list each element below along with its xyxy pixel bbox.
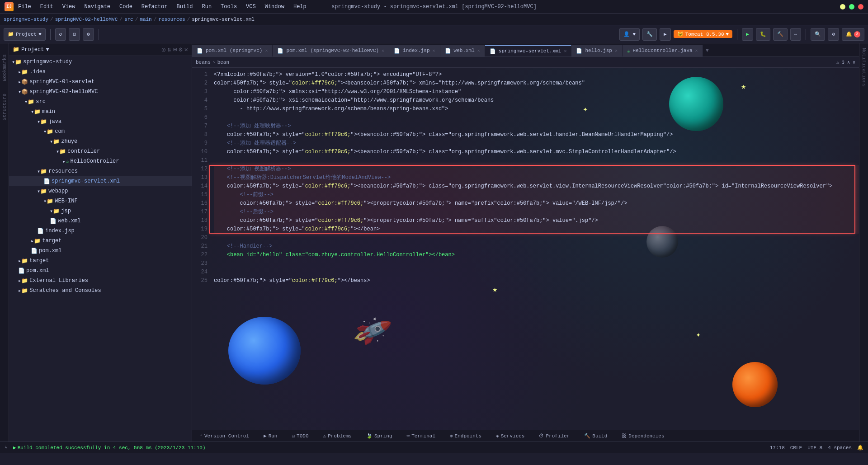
menu-build[interactable]: Build [175,3,194,11]
tab-web-xml[interactable]: 📄 web.xml ✕ [440,45,485,56]
tree-item-pom.xml[interactable]: 📄 pom.xml [9,246,192,256]
cursor-position[interactable]: 17:18 [770,445,785,451]
tab-index-jsp[interactable]: 📄 index.jsp ✕ [389,45,440,56]
tab-springmvc-servlet[interactable]: 📄 springmvc-servlet.xml ✕ [485,45,572,56]
breadcrumb-file[interactable]: springmvc-servlet.xml [192,17,255,22]
menu-navigate[interactable]: Navigate [82,3,112,11]
tree-item-external-libraries[interactable]: ▸ 📁 External Libraries [9,276,192,286]
project-dropdown[interactable]: 📁 Project ▼ [4,28,46,41]
bookmarks-panel[interactable]: Bookmarks [1,52,8,83]
code-editor[interactable]: ★ ✦ ✦ ★ 🚀 123456789101112131415161718192… [192,68,859,430]
sort-icon[interactable]: ⇅ [167,46,171,53]
tab-close-3[interactable]: ✕ [433,48,435,53]
tree-item-com[interactable]: ▾ 📁 com [9,127,192,136]
tree-item-src[interactable]: ▾ 📁 src [9,97,192,107]
indent-setting[interactable]: 4 spaces [828,445,852,451]
tree-item-main[interactable]: ▾ 📁 main [9,107,192,117]
tab-problems[interactable]: ⚠ Problems [320,430,355,442]
code-content[interactable]: <?xmlcolor:#50fa7b;"> version="1.0"color… [210,68,859,430]
tab-dependencies[interactable]: ⛓ Dependencies [618,430,668,442]
tab-overflow-btn[interactable]: ▼ [703,45,712,56]
collapse-all-button[interactable]: ⊟ [69,28,80,41]
breadcrumb-resources[interactable]: resources [158,17,185,22]
vcs-status[interactable]: ⑂ [5,445,8,451]
sync-button[interactable]: ↺ [55,28,66,41]
tab-close-2[interactable]: ✕ [382,48,384,53]
breadcrumb-module[interactable]: springMVC-02-helloMVC [55,17,118,22]
tree-item-zhuye[interactable]: ▾ 📁 zhuye [9,136,192,146]
tab-close-7[interactable]: ✕ [695,48,698,53]
tab-close-6[interactable]: ✕ [615,48,618,53]
tab-close-4[interactable]: ✕ [477,48,480,53]
menu-help[interactable]: Help [292,3,308,11]
menu-file[interactable]: File [16,3,33,11]
close-panel-icon[interactable]: ✕ [184,46,188,53]
tree-item-pom.xml[interactable]: 📄 pom.xml [9,266,192,276]
menu-window[interactable]: Window [263,3,286,11]
run-config-btn[interactable]: 🔧 [642,28,657,41]
tab-terminal[interactable]: ⌨ Terminal [403,430,439,442]
tree-item-target[interactable]: ▸ 📁 target [9,236,192,246]
settings-icon[interactable]: ⚙ [179,46,182,53]
notifications-count[interactable]: ⚠ 3 ∧ ∨ [836,60,855,65]
menu-edit[interactable]: Edit [38,3,55,11]
breadcrumb-beans[interactable]: beans [196,60,211,65]
tree-item-springmvc-01-servlet[interactable]: ▸ 📦 springMVC-01-servlet [9,77,192,87]
tree-item-web.xml[interactable]: 📄 web.xml [9,216,192,226]
tomcat-button[interactable]: 🐱 Tomcat 8.5.30 ▼ [674,30,732,38]
debug-btn[interactable]: 🐛 [756,28,770,41]
tab-todo[interactable]: ☑ TODO [288,430,312,442]
breadcrumb-main[interactable]: main [140,17,151,22]
run-btn[interactable]: ▶ [742,28,753,41]
menu-view[interactable]: View [61,3,77,11]
profile-btn[interactable]: 👤 ▼ [619,28,640,41]
tree-item-.idea[interactable]: ▸ 📁 .idea [9,67,192,77]
tree-item-web-inf[interactable]: ▾ 📁 WEB-INF [9,196,192,206]
maximize-button[interactable] [849,4,854,9]
line-separator[interactable]: CRLF [790,445,802,451]
tree-item-hellocontroller[interactable]: ▸ ☕ HelloController [9,156,192,166]
settings-button[interactable]: ⚙ [83,28,94,41]
search-everywhere-btn[interactable]: 🔍 [811,28,825,41]
breadcrumb-bean[interactable]: bean [217,60,229,65]
tab-pom-xml-2[interactable]: 📄 pom.xml (springMVC-02-helloMVC) ✕ [273,45,389,56]
tab-run[interactable]: ▶ Run [260,430,281,442]
collapse-icon[interactable]: ⊟ [173,46,177,53]
close-button[interactable] [858,4,863,9]
tree-item-target[interactable]: ▸ 📁 target [9,256,192,266]
build-btn[interactable]: 🔨 [773,28,788,41]
tab-hello-jsp[interactable]: 📄 hello.jsp ✕ [571,45,622,56]
tab-spring[interactable]: 🍃 Spring [363,430,396,442]
structure-panel[interactable]: Structure [1,92,8,122]
tab-services[interactable]: ◈ Services [492,430,528,442]
tab-build[interactable]: 🔨 Build [580,430,611,442]
tree-item-controller[interactable]: ▾ 📁 controller [9,146,192,156]
tree-item-webapp[interactable]: ▾ 📁 webapp [9,186,192,196]
tab-close-5[interactable]: ✕ [564,48,566,54]
notification-btn[interactable]: 🔔 3 [842,28,864,41]
run-arrow-btn[interactable]: ▶ [660,28,671,41]
tree-item-springmvc-servlet.xml[interactable]: 📄 springmvc-servlet.xml [9,176,192,186]
tree-item-java[interactable]: ▾ 📁 java [9,117,192,127]
tab-version-control[interactable]: ⑂ Version Control [196,430,253,442]
menu-code[interactable]: Code [118,3,134,11]
menu-tools[interactable]: Tools [219,3,239,11]
breadcrumb-src[interactable]: src [124,17,133,22]
tree-item-scratches-and-consoles[interactable]: ▸ 📁 Scratches and Consoles [9,286,192,296]
tree-item-springmvc-study[interactable]: ▾ 📁 springmvc-study [9,57,192,67]
build-status[interactable]: ▶ Build completed successfully in 4 sec,… [13,445,206,451]
more-actions-btn[interactable]: ⋯ [790,28,802,41]
tree-item-index.jsp[interactable]: 📄 index.jsp [9,226,192,236]
menu-vcs[interactable]: VCS [244,3,258,11]
locate-in-tree-icon[interactable]: ◎ [162,46,165,53]
tab-endpoints[interactable]: ⊕ Endpoints [446,430,485,442]
tree-item-jsp[interactable]: ▾ 📁 jsp [9,206,192,216]
breadcrumb-springmvc-study[interactable]: springmvc-study [4,17,48,22]
notifications-edge-icon[interactable]: Notifications [861,48,867,87]
tab-close-1[interactable]: ✕ [265,48,268,53]
tab-pom-xml-1[interactable]: 📄 pom.xml (springmvc) ✕ [192,45,273,56]
notifications-status[interactable]: 🔔 [857,445,863,451]
menu-refactor[interactable]: Refactor [140,3,170,11]
minimize-button[interactable] [840,4,845,9]
menu-run[interactable]: Run [200,3,213,11]
